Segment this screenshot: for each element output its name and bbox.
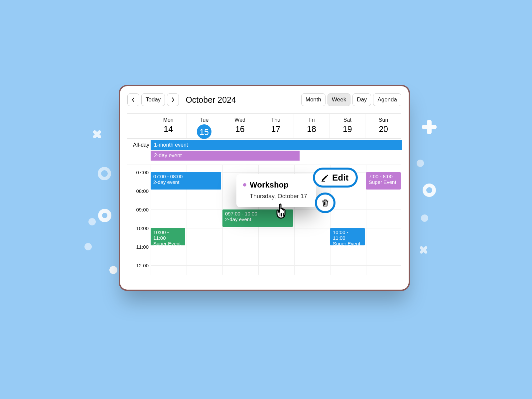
- day-header[interactable]: Tue 15: [187, 114, 222, 138]
- calendar-toolbar: Today October 2024 Month Week Day Agenda: [127, 93, 401, 106]
- weekday-label: Sat: [330, 117, 365, 123]
- time-label: 12:00: [136, 263, 149, 268]
- deco-dot-icon: [84, 243, 92, 250]
- date-label-current: 15: [197, 124, 211, 139]
- deco-dot-icon: [417, 160, 424, 167]
- weekday-label: Tue: [187, 117, 222, 123]
- svg-rect-0: [322, 181, 325, 182]
- weekday-label: Thu: [258, 117, 294, 123]
- day-header[interactable]: Sun 20: [365, 114, 401, 138]
- popover-title: Workshop: [250, 180, 289, 190]
- day-header[interactable]: Wed 16: [222, 114, 258, 138]
- deco-ring-icon: [98, 167, 111, 180]
- edit-button[interactable]: Edit: [313, 168, 358, 188]
- view-week-button[interactable]: Week: [328, 93, 350, 106]
- chevron-right-icon: [171, 97, 175, 102]
- trash-icon: [321, 199, 330, 207]
- view-agenda-button[interactable]: Agenda: [373, 93, 401, 106]
- view-month-button[interactable]: Month: [301, 93, 326, 106]
- pointer-cursor-icon: [273, 201, 292, 219]
- event-title: Super Event: [153, 241, 183, 246]
- event-time: 07:00 - 08:00: [153, 174, 218, 179]
- date-label: 18: [294, 124, 330, 134]
- allday-label: All-day: [127, 139, 151, 165]
- time-label: 07:00: [136, 170, 149, 175]
- date-label: 14: [151, 124, 186, 134]
- prev-button[interactable]: [127, 93, 139, 106]
- allday-event[interactable]: 2-day event: [151, 151, 300, 161]
- chevron-left-icon: [132, 97, 135, 102]
- day-header[interactable]: Fri 18: [294, 114, 330, 138]
- time-label: 10:00: [136, 225, 149, 231]
- today-button[interactable]: Today: [141, 93, 165, 106]
- deco-dot-icon: [421, 214, 428, 222]
- view-day-button[interactable]: Day: [352, 93, 371, 106]
- day-header[interactable]: Sat 19: [330, 114, 366, 138]
- day-header[interactable]: Thu 17: [258, 114, 294, 138]
- date-label: 16: [222, 124, 258, 134]
- month-title: October 2024: [186, 95, 236, 105]
- date-label: 17: [258, 124, 294, 134]
- calendar-card: Today October 2024 Month Week Day Agenda…: [119, 85, 410, 291]
- deco-dot-icon: [88, 218, 96, 225]
- event-color-dot-icon: [243, 183, 246, 187]
- calendar-event[interactable]: 07:00 - 08:00 2-day event: [151, 172, 221, 190]
- event-time: 10:00 - 11:00: [333, 229, 362, 241]
- event-title: 2-day event: [153, 179, 218, 185]
- event-title: Super Event: [333, 241, 362, 246]
- popover-date: Thursday, October 17: [250, 193, 310, 200]
- event-title: Super Event: [369, 179, 398, 185]
- weekday-label: Mon: [151, 117, 186, 123]
- event-time: 10:00 - 11:00: [153, 229, 183, 241]
- deco-x-icon: [419, 245, 428, 255]
- allday-event[interactable]: 1-month event: [151, 140, 402, 150]
- edit-button-label: Edit: [332, 173, 348, 183]
- weekday-label: Sun: [365, 117, 401, 123]
- view-switch: Month Week Day Agenda: [301, 93, 401, 106]
- weekday-label: Fri: [294, 117, 330, 123]
- weekday-label: Wed: [222, 117, 258, 123]
- day-header[interactable]: Mon 14: [151, 114, 187, 138]
- deco-dot-icon: [109, 266, 117, 274]
- next-button[interactable]: [167, 93, 179, 106]
- event-time: 7:00 - 8:00: [369, 174, 398, 179]
- date-label: 20: [365, 124, 401, 134]
- deco-ring-icon: [423, 184, 436, 197]
- date-label: 19: [330, 124, 365, 134]
- time-label: 08:00: [136, 188, 149, 194]
- deco-x-icon: [92, 129, 102, 139]
- delete-button[interactable]: [315, 193, 335, 213]
- calendar-event[interactable]: 10:00 - 11:00 Super Event: [330, 228, 365, 245]
- deco-plus-icon: [422, 120, 437, 134]
- time-label: 11:00: [136, 244, 149, 250]
- calendar-event[interactable]: 7:00 - 8:00 Super Event: [366, 172, 401, 190]
- calendar-event[interactable]: 10:00 - 11:00 Super Event: [151, 228, 185, 245]
- time-label: 09:00: [136, 207, 149, 212]
- deco-ring-icon: [98, 209, 111, 222]
- pencil-icon: [321, 174, 329, 182]
